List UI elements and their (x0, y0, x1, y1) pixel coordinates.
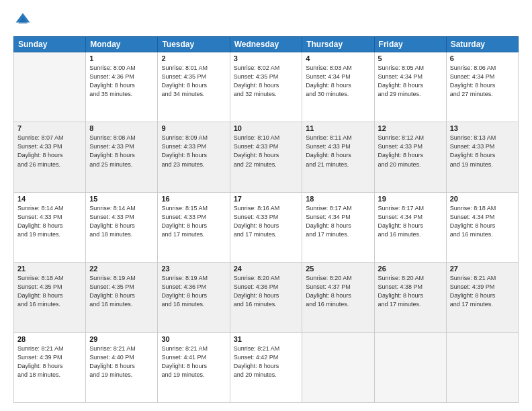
logo-icon (13, 11, 32, 30)
day-number: 19 (378, 195, 443, 203)
calendar-cell: 17Sunrise: 8:16 AM Sunset: 4:33 PM Dayli… (230, 192, 302, 262)
day-detail: Sunrise: 8:12 AM Sunset: 4:33 PM Dayligh… (378, 134, 443, 169)
calendar-week-0: 1Sunrise: 8:00 AM Sunset: 4:36 PM Daylig… (14, 52, 519, 122)
calendar-cell: 15Sunrise: 8:14 AM Sunset: 4:33 PM Dayli… (86, 192, 158, 262)
day-number: 17 (234, 195, 299, 203)
page: SundayMondayTuesdayWednesdayThursdayFrid… (0, 0, 532, 411)
day-detail: Sunrise: 8:10 AM Sunset: 4:33 PM Dayligh… (234, 134, 299, 169)
col-header-wednesday: Wednesday (230, 37, 302, 52)
day-number: 29 (89, 335, 154, 343)
day-detail: Sunrise: 8:19 AM Sunset: 4:35 PM Dayligh… (89, 274, 154, 309)
day-detail: Sunrise: 8:14 AM Sunset: 4:33 PM Dayligh… (17, 204, 82, 239)
day-number: 6 (450, 54, 515, 62)
day-detail: Sunrise: 8:15 AM Sunset: 4:33 PM Dayligh… (161, 204, 226, 239)
calendar-cell: 12Sunrise: 8:12 AM Sunset: 4:33 PM Dayli… (374, 122, 446, 192)
calendar-cell: 25Sunrise: 8:20 AM Sunset: 4:37 PM Dayli… (302, 263, 374, 332)
day-detail: Sunrise: 8:11 AM Sunset: 4:33 PM Dayligh… (306, 134, 370, 169)
day-detail: Sunrise: 8:21 AM Sunset: 4:42 PM Dayligh… (234, 345, 299, 379)
calendar-cell: 31Sunrise: 8:21 AM Sunset: 4:42 PM Dayli… (230, 332, 302, 402)
calendar-cell: 27Sunrise: 8:21 AM Sunset: 4:39 PM Dayli… (446, 263, 518, 332)
day-number: 5 (378, 54, 443, 62)
day-number: 14 (17, 195, 82, 203)
day-detail: Sunrise: 8:18 AM Sunset: 4:34 PM Dayligh… (450, 204, 515, 239)
day-detail: Sunrise: 8:00 AM Sunset: 4:36 PM Dayligh… (89, 64, 154, 99)
header (13, 11, 519, 30)
day-detail: Sunrise: 8:02 AM Sunset: 4:35 PM Dayligh… (234, 64, 299, 99)
calendar-cell: 19Sunrise: 8:17 AM Sunset: 4:34 PM Dayli… (374, 192, 446, 262)
calendar-cell: 14Sunrise: 8:14 AM Sunset: 4:33 PM Dayli… (14, 192, 86, 262)
calendar-cell: 7Sunrise: 8:07 AM Sunset: 4:33 PM Daylig… (14, 122, 86, 192)
day-number: 7 (17, 124, 82, 132)
day-number: 26 (378, 265, 443, 273)
day-detail: Sunrise: 8:17 AM Sunset: 4:34 PM Dayligh… (378, 204, 443, 239)
calendar-week-4: 28Sunrise: 8:21 AM Sunset: 4:39 PM Dayli… (14, 332, 519, 402)
day-detail: Sunrise: 8:19 AM Sunset: 4:36 PM Dayligh… (161, 274, 226, 309)
calendar-cell: 20Sunrise: 8:18 AM Sunset: 4:34 PM Dayli… (446, 192, 518, 262)
calendar-cell: 23Sunrise: 8:19 AM Sunset: 4:36 PM Dayli… (158, 263, 230, 332)
col-header-monday: Monday (86, 37, 158, 52)
day-detail: Sunrise: 8:21 AM Sunset: 4:39 PM Dayligh… (450, 274, 515, 309)
day-detail: Sunrise: 8:17 AM Sunset: 4:34 PM Dayligh… (306, 204, 370, 239)
calendar-cell: 8Sunrise: 8:08 AM Sunset: 4:33 PM Daylig… (86, 122, 158, 192)
day-number: 31 (234, 335, 299, 343)
calendar-cell: 30Sunrise: 8:21 AM Sunset: 4:41 PM Dayli… (158, 332, 230, 402)
calendar-cell: 13Sunrise: 8:13 AM Sunset: 4:33 PM Dayli… (446, 122, 518, 192)
logo (13, 11, 35, 30)
calendar-cell: 11Sunrise: 8:11 AM Sunset: 4:33 PM Dayli… (302, 122, 374, 192)
day-detail: Sunrise: 8:20 AM Sunset: 4:37 PM Dayligh… (306, 274, 370, 309)
day-number: 1 (89, 54, 154, 62)
col-header-friday: Friday (374, 37, 446, 52)
day-detail: Sunrise: 8:01 AM Sunset: 4:35 PM Dayligh… (161, 64, 226, 99)
day-number: 30 (161, 335, 226, 343)
calendar-cell (302, 332, 374, 402)
day-number: 8 (89, 124, 154, 132)
day-detail: Sunrise: 8:13 AM Sunset: 4:33 PM Dayligh… (450, 134, 515, 169)
day-number: 2 (161, 54, 226, 62)
day-number: 4 (306, 54, 370, 62)
day-detail: Sunrise: 8:06 AM Sunset: 4:34 PM Dayligh… (450, 64, 515, 99)
calendar-week-1: 7Sunrise: 8:07 AM Sunset: 4:33 PM Daylig… (14, 122, 519, 192)
day-number: 28 (17, 335, 82, 343)
calendar-cell: 1Sunrise: 8:00 AM Sunset: 4:36 PM Daylig… (86, 52, 158, 122)
day-number: 12 (378, 124, 443, 132)
day-number: 24 (234, 265, 299, 273)
day-detail: Sunrise: 8:21 AM Sunset: 4:39 PM Dayligh… (17, 345, 82, 379)
day-number: 15 (89, 195, 154, 203)
day-number: 3 (234, 54, 299, 62)
day-detail: Sunrise: 8:16 AM Sunset: 4:33 PM Dayligh… (234, 204, 299, 239)
day-number: 27 (450, 265, 515, 273)
col-header-saturday: Saturday (446, 37, 518, 52)
day-number: 22 (89, 265, 154, 273)
calendar-cell: 21Sunrise: 8:18 AM Sunset: 4:35 PM Dayli… (14, 263, 86, 332)
day-number: 13 (450, 124, 515, 132)
day-detail: Sunrise: 8:21 AM Sunset: 4:41 PM Dayligh… (161, 345, 226, 379)
calendar-cell (446, 332, 518, 402)
calendar-cell: 6Sunrise: 8:06 AM Sunset: 4:34 PM Daylig… (446, 52, 518, 122)
day-detail: Sunrise: 8:20 AM Sunset: 4:38 PM Dayligh… (378, 274, 443, 309)
calendar-cell: 29Sunrise: 8:21 AM Sunset: 4:40 PM Dayli… (86, 332, 158, 402)
calendar-cell: 28Sunrise: 8:21 AM Sunset: 4:39 PM Dayli… (14, 332, 86, 402)
calendar-cell (374, 332, 446, 402)
calendar-cell: 22Sunrise: 8:19 AM Sunset: 4:35 PM Dayli… (86, 263, 158, 332)
calendar-table: SundayMondayTuesdayWednesdayThursdayFrid… (13, 36, 519, 403)
col-header-thursday: Thursday (302, 37, 374, 52)
calendar-cell: 9Sunrise: 8:09 AM Sunset: 4:33 PM Daylig… (158, 122, 230, 192)
calendar-week-2: 14Sunrise: 8:14 AM Sunset: 4:33 PM Dayli… (14, 192, 519, 262)
day-number: 21 (17, 265, 82, 273)
day-number: 11 (306, 124, 370, 132)
calendar-cell: 10Sunrise: 8:10 AM Sunset: 4:33 PM Dayli… (230, 122, 302, 192)
day-number: 10 (234, 124, 299, 132)
calendar-cell: 26Sunrise: 8:20 AM Sunset: 4:38 PM Dayli… (374, 263, 446, 332)
col-header-sunday: Sunday (14, 37, 86, 52)
day-detail: Sunrise: 8:09 AM Sunset: 4:33 PM Dayligh… (161, 134, 226, 169)
day-detail: Sunrise: 8:08 AM Sunset: 4:33 PM Dayligh… (89, 134, 154, 169)
day-detail: Sunrise: 8:03 AM Sunset: 4:34 PM Dayligh… (306, 64, 370, 99)
day-number: 16 (161, 195, 226, 203)
calendar-cell: 24Sunrise: 8:20 AM Sunset: 4:36 PM Dayli… (230, 263, 302, 332)
col-header-tuesday: Tuesday (158, 37, 230, 52)
calendar-cell: 2Sunrise: 8:01 AM Sunset: 4:35 PM Daylig… (158, 52, 230, 122)
day-detail: Sunrise: 8:14 AM Sunset: 4:33 PM Dayligh… (89, 204, 154, 239)
calendar-cell (14, 52, 86, 122)
calendar-cell: 3Sunrise: 8:02 AM Sunset: 4:35 PM Daylig… (230, 52, 302, 122)
day-number: 18 (306, 195, 370, 203)
